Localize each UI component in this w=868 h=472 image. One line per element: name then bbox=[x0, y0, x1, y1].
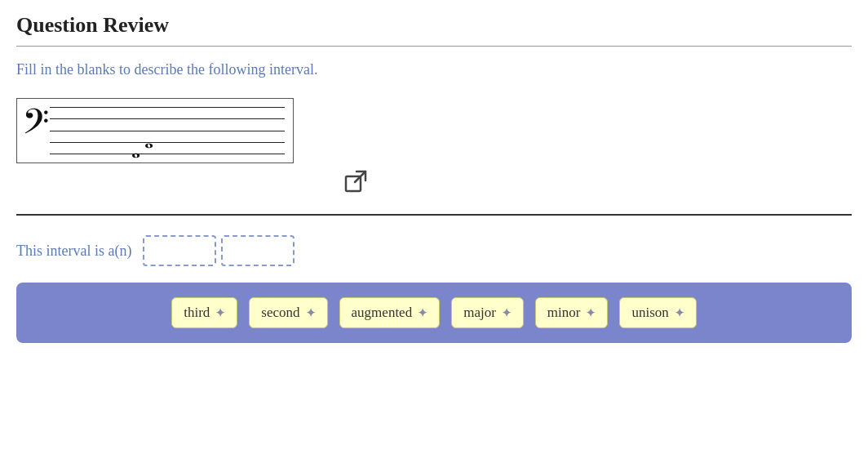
chip-second-label: second bbox=[261, 305, 299, 321]
staff-line-1 bbox=[50, 107, 285, 108]
chip-minor-plus: ✦ bbox=[586, 306, 596, 320]
question-instruction: Fill in the blanks to describe the follo… bbox=[16, 61, 852, 78]
staff-container: 𝄢 𝅝 𝅝 bbox=[16, 98, 294, 163]
bass-clef-symbol: 𝄢 bbox=[22, 105, 49, 148]
title-divider bbox=[16, 46, 852, 47]
page-title: Question Review bbox=[16, 0, 852, 46]
fill-in-prefix: This interval is a(n) bbox=[16, 243, 131, 260]
chip-augmented-label: augmented bbox=[352, 305, 413, 321]
staff-line-4 bbox=[50, 142, 285, 143]
chip-third-label: third bbox=[184, 305, 210, 321]
fill-in-area: This interval is a(n) bbox=[16, 235, 852, 266]
chip-major[interactable]: major ✦ bbox=[451, 297, 524, 328]
chip-minor-label: minor bbox=[547, 305, 581, 321]
expand-icon-button[interactable] bbox=[343, 168, 369, 198]
chip-second-plus: ✦ bbox=[306, 306, 316, 320]
chip-major-label: major bbox=[463, 305, 496, 321]
drop-zone-container bbox=[143, 235, 294, 266]
chip-augmented-plus: ✦ bbox=[418, 306, 427, 320]
chip-augmented[interactable]: augmented ✦ bbox=[339, 297, 441, 328]
chip-minor[interactable]: minor ✦ bbox=[535, 297, 609, 328]
drop-zone-1[interactable] bbox=[143, 235, 216, 266]
external-link-icon bbox=[343, 168, 369, 194]
drop-zone-2[interactable] bbox=[221, 235, 294, 266]
chip-third[interactable]: third ✦ bbox=[171, 297, 237, 328]
chip-second[interactable]: second ✦ bbox=[249, 297, 327, 328]
staff-lines bbox=[50, 107, 285, 154]
chip-unison[interactable]: unison ✦ bbox=[619, 297, 696, 328]
chip-unison-plus: ✦ bbox=[675, 306, 684, 320]
staff-line-2 bbox=[50, 118, 285, 119]
music-notation-area: 𝄢 𝅝 𝅝 bbox=[16, 98, 852, 206]
staff-line-3 bbox=[50, 131, 285, 131]
section-divider bbox=[16, 214, 852, 216]
answer-bank: third ✦ second ✦ augmented ✦ major ✦ min… bbox=[16, 283, 852, 343]
chip-major-plus: ✦ bbox=[502, 306, 512, 320]
chip-third-plus: ✦ bbox=[215, 306, 225, 320]
staff-line-5 bbox=[50, 154, 285, 154]
chip-unison-label: unison bbox=[631, 305, 668, 321]
